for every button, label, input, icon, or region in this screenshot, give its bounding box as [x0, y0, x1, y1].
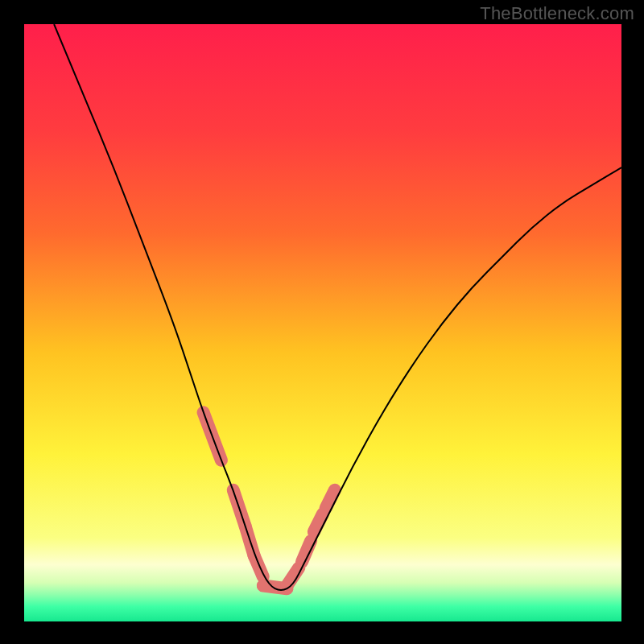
watermark-text: TheBottleneck.com: [480, 3, 634, 24]
chart-stage: TheBottleneck.com: [0, 0, 644, 644]
bottleneck-chart: [0, 0, 644, 644]
plot-background: [24, 24, 621, 621]
highlight-segment: [254, 555, 263, 576]
